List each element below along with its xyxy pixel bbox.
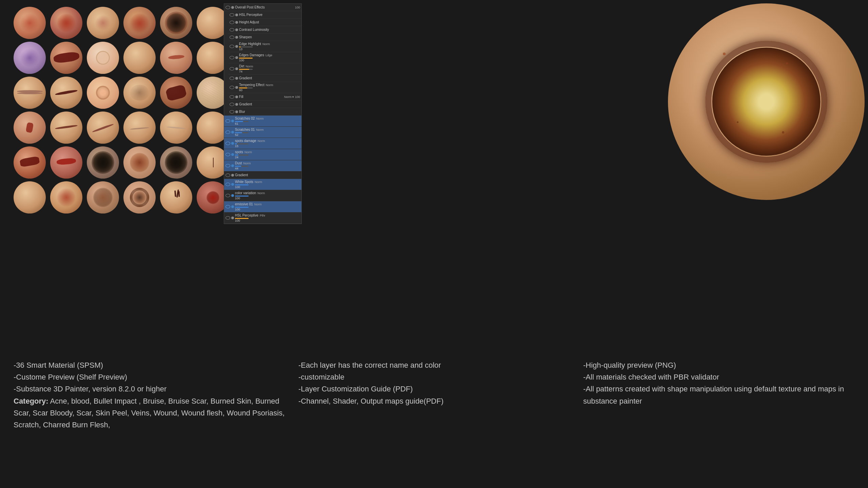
layer-tempering[interactable]: Tempering Effect Norm 60 [228, 82, 301, 93]
eye-icon[interactable] [230, 86, 234, 89]
layer-name: Overall Post Effects [235, 5, 292, 9]
layer-spots[interactable]: spots Norm 24 [224, 149, 301, 160]
list-item[interactable] [123, 181, 156, 214]
bottom-section: -36 Smart Material (SPSM) -Custome Previ… [0, 346, 868, 488]
layer-contrast[interactable]: Contrast Luminosity [228, 26, 301, 34]
layer-overall-post[interactable]: Overall Post Effects 100 [224, 4, 301, 11]
layer-emissive[interactable]: emissive 01 Norm 100 [224, 201, 301, 212]
layer-gradient-1[interactable]: Gradient [228, 75, 301, 82]
eye-icon[interactable] [225, 205, 230, 208]
layers-panel: Overall Post Effects 100 HSL Perceptive … [224, 3, 302, 224]
eye-icon[interactable] [230, 36, 234, 39]
eye-icon[interactable] [230, 13, 234, 17]
list-item[interactable] [14, 181, 46, 214]
layer-hsl[interactable]: HSL Perceptive [228, 11, 301, 19]
layer-opacity: 74 [239, 70, 253, 73]
list-item[interactable] [87, 111, 119, 144]
eye-icon[interactable] [230, 45, 234, 48]
layer-name: Gradient [239, 102, 300, 106]
list-item[interactable] [14, 146, 46, 179]
list-item[interactable] [87, 77, 119, 109]
list-item[interactable] [14, 111, 46, 144]
layer-scratches02[interactable]: Scratches 02 Norm 61 [224, 116, 301, 127]
layer-color [231, 131, 234, 134]
layer-dust[interactable]: Dust Norm 44 [224, 160, 301, 171]
layer-blend: Norm [244, 150, 252, 154]
eye-icon[interactable] [230, 95, 234, 99]
layer-color [231, 153, 234, 156]
layer-gradient-3[interactable]: Gradient [224, 171, 301, 179]
list-item[interactable] [50, 111, 82, 144]
layer-name: color variation [235, 191, 256, 195]
list-item[interactable] [160, 7, 192, 39]
eye-icon[interactable] [230, 28, 234, 32]
eye-icon[interactable] [225, 174, 230, 177]
list-item[interactable] [50, 77, 82, 109]
list-item[interactable] [123, 7, 156, 39]
layer-blend: Norm [256, 128, 263, 131]
eye-icon[interactable] [230, 67, 234, 70]
list-item[interactable] [14, 77, 46, 109]
layer-gradient-2[interactable]: Gradient [228, 101, 301, 108]
layer-blend: Norm [256, 117, 263, 120]
eye-icon[interactable] [225, 119, 230, 123]
layer-name: Height Adjust [239, 20, 300, 24]
layer-height[interactable]: Height Adjust [228, 19, 301, 26]
list-item[interactable] [87, 146, 119, 179]
layer-sharpen[interactable]: Sharpen [228, 34, 301, 41]
list-item[interactable] [123, 146, 156, 179]
eye-icon[interactable] [225, 194, 230, 197]
layer-color [235, 21, 238, 24]
list-item[interactable] [123, 42, 156, 74]
eye-icon[interactable] [225, 164, 230, 167]
list-item[interactable] [87, 181, 119, 214]
list-item[interactable] [14, 7, 46, 39]
layer-blur[interactable]: Blur [228, 108, 301, 116]
layer-fill[interactable]: Fill Norm ▾ 100 [228, 93, 301, 101]
layer-white-spots[interactable]: White Spots Norm 100 [224, 179, 301, 190]
layer-blend: Norm [255, 180, 262, 184]
layer-dirt[interactable]: Dirt Norm 74 [228, 63, 301, 75]
list-item[interactable] [123, 77, 156, 109]
eye-icon[interactable] [230, 103, 234, 106]
list-item[interactable] [160, 77, 192, 109]
layer-color [235, 56, 238, 59]
layer-name: Tempering Effect [239, 83, 264, 87]
eye-icon[interactable] [225, 216, 230, 220]
list-item[interactable] [14, 42, 46, 74]
layer-edges-damages[interactable]: Edges Damages Ldge 100 [228, 52, 301, 63]
layer-opacity: 100 [293, 6, 300, 9]
eye-icon[interactable] [225, 130, 230, 134]
list-item[interactable] [50, 146, 82, 179]
feature-11: -All patterns created with shape manipul… [583, 383, 854, 407]
layer-color-variation[interactable]: color variation Norm 100 [224, 190, 301, 201]
list-item[interactable] [87, 7, 119, 39]
layer-hsl-bottom[interactable]: HSL Perceptive Pthr 100 [224, 212, 301, 224]
list-item[interactable] [50, 181, 82, 214]
eye-icon[interactable] [230, 56, 234, 59]
eye-icon[interactable] [230, 21, 234, 24]
eye-icon[interactable] [225, 183, 230, 186]
layer-spots-damage[interactable]: spots damage Norm 15 [224, 138, 301, 149]
list-item[interactable] [87, 42, 119, 74]
list-item[interactable] [160, 146, 192, 179]
feature-8: -Channel, Shader, Output maps guide(PDF) [298, 395, 570, 407]
eye-icon[interactable] [225, 6, 230, 9]
list-item[interactable] [123, 111, 156, 144]
feature-5: -Each layer has the correct name and col… [298, 359, 570, 371]
layer-scratches01[interactable]: Scratches 01 Norm 52 [224, 127, 301, 138]
list-item[interactable] [50, 7, 82, 39]
skin-grid [14, 7, 227, 214]
eye-icon[interactable] [225, 153, 230, 156]
list-item[interactable] [160, 181, 192, 214]
layer-color [235, 45, 238, 48]
eye-icon[interactable] [230, 77, 234, 80]
eye-icon[interactable] [225, 142, 230, 145]
layer-blend: Ldge [265, 54, 272, 57]
feature-4: Category: Acne, blood, Bullet Impact , B… [14, 395, 285, 431]
eye-icon[interactable] [230, 110, 234, 114]
list-item[interactable] [50, 42, 82, 74]
list-item[interactable] [160, 111, 192, 144]
layer-edge-highlight[interactable]: Edge Highlight Norm 13 [228, 41, 301, 52]
list-item[interactable] [160, 42, 192, 74]
